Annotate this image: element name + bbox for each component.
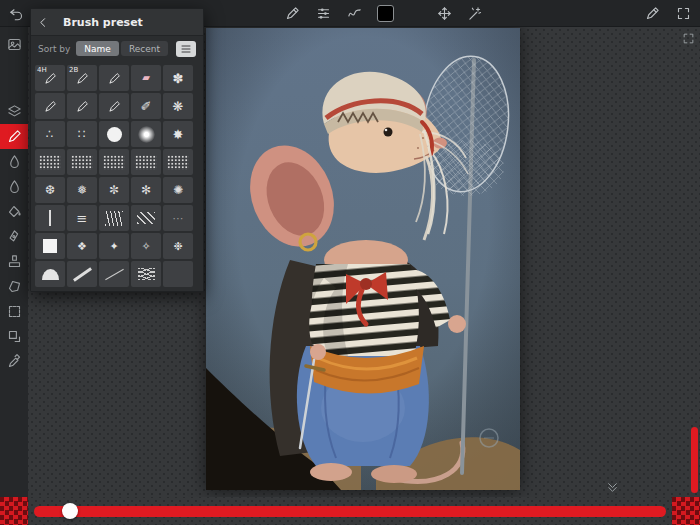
- pen-tool[interactable]: [0, 224, 28, 249]
- brush-thumbnail: [103, 155, 125, 170]
- brush-preset-cell[interactable]: [99, 93, 129, 119]
- horizontal-scrollbar[interactable]: [34, 506, 666, 517]
- layers-tool[interactable]: [0, 99, 28, 124]
- brush-thumbnail: [71, 155, 93, 170]
- brush-thumbnail: ✻: [141, 184, 151, 196]
- brush-preset-cell[interactable]: ∷: [67, 121, 97, 147]
- collapse-toolbar-icon[interactable]: [606, 481, 619, 494]
- eyedropper-tool[interactable]: [0, 349, 28, 374]
- brush-preset-cell[interactable]: [99, 261, 129, 287]
- brush-preset-cell[interactable]: ∴: [35, 121, 65, 147]
- brush-preset-cell[interactable]: [99, 65, 129, 91]
- brush-thumbnail: [138, 126, 155, 143]
- brush-thumbnail: ∷: [78, 128, 87, 140]
- brush-preset-cell[interactable]: ✽: [163, 65, 193, 91]
- brush-thumbnail: [105, 211, 123, 226]
- sort-segmented-control: NameRecent: [76, 41, 168, 56]
- brush-preset-cell[interactable]: [67, 93, 97, 119]
- transform-tool[interactable]: [0, 324, 28, 349]
- smudge-tool[interactable]: [0, 174, 28, 199]
- gallery-tool[interactable]: [0, 32, 28, 57]
- brush-preset-cell[interactable]: 4H: [35, 65, 65, 91]
- brush-grid: 4H2B▰✽✐❋∴∷✸❆❅✼✻✺≡⋯❖✦✧❉: [31, 61, 203, 291]
- brush-thumbnail: ✼: [109, 184, 119, 196]
- color-swatch[interactable]: [374, 2, 396, 24]
- brush-preset-cell[interactable]: [35, 233, 65, 259]
- brush-preset-cell[interactable]: ≡: [67, 205, 97, 231]
- brush-thumbnail: [135, 155, 157, 170]
- move-tool-icon[interactable]: [433, 2, 455, 24]
- brush-thumbnail: ❆: [45, 184, 55, 196]
- expand-view-icon[interactable]: [682, 32, 695, 45]
- brush-thumbnail: [76, 100, 89, 113]
- brush-thumbnail: ✽: [173, 72, 184, 85]
- brush-thumbnail: ✧: [141, 241, 150, 252]
- fill-tool[interactable]: [0, 199, 28, 224]
- brush-preset-cell[interactable]: ✐: [131, 93, 161, 119]
- brush-preset-cell[interactable]: [67, 149, 97, 175]
- brush-thumbnail: [44, 100, 57, 113]
- brush-preset-cell[interactable]: ✸: [163, 121, 193, 147]
- undo-icon[interactable]: [5, 2, 27, 24]
- brush-preset-cell[interactable]: ❆: [35, 177, 65, 203]
- brush-preset-cell[interactable]: ❉: [163, 233, 193, 259]
- back-button[interactable]: [31, 9, 55, 35]
- edit-icon[interactable]: [641, 2, 663, 24]
- list-view-button[interactable]: [176, 41, 196, 57]
- brush-preset-cell[interactable]: [35, 261, 65, 287]
- brush-tool[interactable]: [0, 124, 28, 149]
- brush-preset-cell[interactable]: [99, 205, 129, 231]
- brush-preset-cell[interactable]: [131, 121, 161, 147]
- brush-preset-cell[interactable]: ❖: [67, 233, 97, 259]
- brush-preset-cell[interactable]: ❋: [163, 93, 193, 119]
- brush-preset-cell[interactable]: [35, 149, 65, 175]
- brush-preset-cell[interactable]: ✻: [131, 177, 161, 203]
- lasso-tool[interactable]: [0, 274, 28, 299]
- brush-preset-cell[interactable]: [131, 149, 161, 175]
- brush-thumbnail: [167, 155, 189, 170]
- toolbar-center-group: [281, 0, 486, 26]
- brush-preset-cell[interactable]: ✧: [131, 233, 161, 259]
- brush-preset-cell[interactable]: ✦: [99, 233, 129, 259]
- artwork-canvas[interactable]: [206, 28, 520, 490]
- brush-preset-cell[interactable]: ✺: [163, 177, 193, 203]
- brush-preset-cell[interactable]: [163, 261, 193, 287]
- brush-thumbnail: [49, 210, 51, 226]
- brush-thumbnail: [43, 239, 57, 253]
- brush-preset-cell[interactable]: [67, 261, 97, 287]
- select-tool[interactable]: [0, 299, 28, 324]
- brush-preset-cell[interactable]: ✼: [99, 177, 129, 203]
- brush-preset-cell[interactable]: [35, 205, 65, 231]
- brush-thumbnail: [42, 269, 59, 280]
- brush-settings-icon[interactable]: [312, 2, 334, 24]
- brush-mode-icon[interactable]: [281, 2, 303, 24]
- brush-preset-cell[interactable]: [35, 93, 65, 119]
- sort-option-recent[interactable]: Recent: [121, 41, 168, 56]
- corner-pattern-right: [672, 497, 700, 525]
- brush-label: 4H: [37, 66, 47, 74]
- brush-preset-cell[interactable]: 2B: [67, 65, 97, 91]
- brush-preset-cell[interactable]: ❅: [67, 177, 97, 203]
- brush-preset-cell[interactable]: [99, 149, 129, 175]
- corner-pattern-left: [0, 497, 28, 525]
- brush-preset-cell[interactable]: [131, 205, 161, 231]
- vertical-scrollbar[interactable]: [691, 427, 698, 493]
- blur-tool[interactable]: [0, 149, 28, 174]
- brush-preset-cell[interactable]: ⋯: [163, 205, 193, 231]
- stamp-tool[interactable]: [0, 249, 28, 274]
- scrollbar-knob[interactable]: [62, 503, 78, 519]
- brush-thumbnail: ❋: [173, 100, 184, 113]
- brush-label: 2B: [69, 66, 78, 74]
- brush-preset-cell[interactable]: [163, 149, 193, 175]
- wand-tool-icon[interactable]: [464, 2, 486, 24]
- brush-preset-cell[interactable]: [131, 261, 161, 287]
- sort-option-name[interactable]: Name: [76, 41, 119, 56]
- brush-thumbnail: ✐: [141, 100, 152, 113]
- toolbar-right-group: [641, 0, 694, 26]
- brush-preset-cell[interactable]: [99, 121, 129, 147]
- stabilizer-icon[interactable]: [343, 2, 365, 24]
- brush-thumbnail: ≡: [77, 212, 88, 225]
- sort-label: Sort by: [38, 44, 70, 54]
- fullscreen-icon[interactable]: [672, 2, 694, 24]
- brush-preset-cell[interactable]: ▰: [131, 65, 161, 91]
